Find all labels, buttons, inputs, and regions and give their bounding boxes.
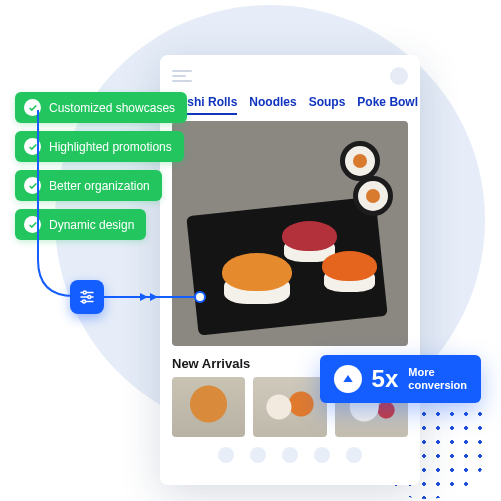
pager-dot[interactable] [218,447,234,463]
feature-chip: Customized showcases [15,92,187,123]
avatar[interactable] [390,67,408,85]
check-icon [24,177,41,194]
feature-label: Customized showcases [49,101,175,115]
check-icon [24,138,41,155]
pagination-dots [172,447,408,463]
pager-dot[interactable] [250,447,266,463]
feature-chip: Highlighted promotions [15,131,184,162]
svg-point-7 [88,296,91,299]
pager-dot[interactable] [282,447,298,463]
settings-icon[interactable] [70,280,104,314]
badge-text: Moreconversion [408,366,467,391]
check-icon [24,216,41,233]
tab-poke-bowl[interactable]: Poke Bowl [357,95,418,115]
tab-soups[interactable]: Soups [309,95,346,115]
feature-chip: Better organization [15,170,162,201]
thumbnail-item[interactable] [253,377,326,437]
hamburger-icon[interactable] [172,70,192,82]
phone-mockup: Sushi Rolls Noodles Soups Poke Bowl New … [160,55,420,485]
tab-noodles[interactable]: Noodles [249,95,296,115]
pager-dot[interactable] [314,447,330,463]
feature-chip: Dynamic design [15,209,146,240]
badge-value: 5x [372,367,399,391]
category-tabs: Sushi Rolls Noodles Soups Poke Bowl [172,95,408,115]
hero-image[interactable] [172,121,408,346]
svg-point-5 [83,291,86,294]
feature-label: Better organization [49,179,150,193]
pager-dot[interactable] [346,447,362,463]
svg-marker-10 [343,375,352,382]
svg-point-9 [83,300,86,303]
check-icon [24,99,41,116]
feature-label: Highlighted promotions [49,140,172,154]
conversion-badge: 5x Moreconversion [320,355,481,403]
thumbnail-item[interactable] [172,377,245,437]
feature-chip-list: Customized showcases Highlighted promoti… [15,92,187,240]
feature-label: Dynamic design [49,218,134,232]
arrow-up-icon [334,365,362,393]
phone-topbar [172,67,408,85]
